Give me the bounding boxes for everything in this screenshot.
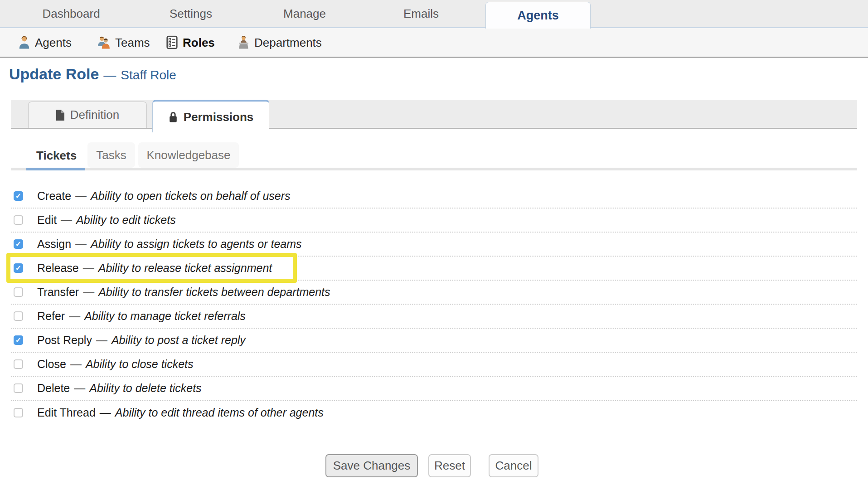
tab-permissions[interactable]: Permissions: [152, 100, 269, 132]
permission-checkbox-close[interactable]: [14, 359, 23, 369]
subtab-tickets[interactable]: Tickets: [36, 149, 77, 163]
permission-row-assign[interactable]: Assign—Ability to assign tickets to agen…: [11, 233, 857, 257]
subtab-knowledgebase[interactable]: Knowledgebase: [138, 142, 239, 168]
ostaff-role-page: Dashboard Settings Manage Emails Agents …: [0, 0, 868, 485]
page-title: Update Role: [9, 65, 99, 83]
permission-description: Ability to manage ticket referrals: [84, 310, 246, 322]
permission-checkbox-edit[interactable]: [14, 215, 23, 225]
document-icon: [56, 109, 65, 121]
permission-description: Ability to post a ticket reply: [112, 334, 246, 346]
permission-checkbox-delete[interactable]: [14, 383, 23, 393]
permission-checkbox-assign[interactable]: [14, 239, 23, 249]
page-title-separator: —: [103, 68, 116, 82]
subtab-active-indicator: [26, 168, 85, 170]
page-title-row: Update Role — Staff Role: [9, 65, 176, 83]
permission-checkbox-post-reply[interactable]: [14, 335, 23, 345]
permission-row-edit[interactable]: Edit—Ability to edit tickets: [11, 209, 857, 233]
permission-description: Ability to close tickets: [86, 358, 194, 370]
nav-tab-agents-label: Agents: [517, 9, 559, 23]
permission-description: Ability to transfer tickets between depa…: [98, 286, 330, 298]
permission-checkbox-refer[interactable]: [14, 311, 23, 321]
permission-name: Create: [37, 189, 71, 202]
permission-separator: —: [75, 189, 87, 202]
permission-checkbox-create[interactable]: [14, 191, 23, 201]
permission-description: Ability to delete tickets: [89, 382, 201, 394]
subnav-item-departments[interactable]: Departments: [238, 35, 322, 49]
subnav-item-agents-label: Agents: [35, 35, 72, 49]
permission-name: Release: [37, 262, 79, 274]
permission-description: Ability to edit thread items of other ag…: [115, 406, 324, 419]
permission-separator: —: [70, 358, 82, 370]
save-button[interactable]: Save Changes: [325, 454, 418, 477]
tab-permissions-label: Permissions: [184, 110, 254, 124]
permission-name: Edit: [37, 213, 57, 226]
permission-list: Create—Ability to open tickets on behalf…: [11, 184, 857, 425]
permission-checkbox-edit-thread[interactable]: [14, 408, 23, 417]
subnav-item-teams-label: Teams: [115, 35, 150, 49]
nav-item-settings[interactable]: Settings: [170, 0, 212, 27]
subtab-underline: [11, 168, 857, 170]
permission-name: Post Reply: [37, 334, 92, 346]
agent-icon: [18, 36, 30, 49]
subnav-item-roles-label: Roles: [183, 35, 215, 49]
permission-row-release[interactable]: Release—Ability to release ticket assign…: [11, 257, 857, 281]
subnav-item-roles[interactable]: Roles: [166, 35, 215, 49]
permission-name: Close: [37, 358, 66, 370]
permission-name: Transfer: [37, 286, 79, 298]
permission-description: Ability to assign tickets to agents or t…: [91, 238, 302, 250]
cancel-button[interactable]: Cancel: [489, 454, 538, 477]
permission-description: Ability to open tickets on behalf of use…: [91, 189, 291, 202]
permission-row-delete[interactable]: Delete—Ability to delete tickets: [11, 377, 857, 401]
permission-separator: —: [83, 286, 94, 298]
permission-checkbox-release[interactable]: [14, 263, 23, 273]
secondary-navigation: Agents Teams: [0, 28, 868, 58]
permission-separator: —: [61, 213, 72, 226]
permission-row-close[interactable]: Close—Ability to close tickets: [11, 353, 857, 377]
footer-buttons: Save Changes Reset Cancel: [325, 454, 538, 477]
tab-definition[interactable]: Definition: [28, 102, 147, 128]
nav-tab-agents[interactable]: Agents: [485, 2, 591, 29]
permission-row-post-reply[interactable]: Post Reply—Ability to post a ticket repl…: [11, 329, 857, 353]
tab-definition-label: Definition: [70, 108, 119, 122]
permission-description: Ability to release ticket assignment: [98, 262, 272, 274]
nav-item-dashboard[interactable]: Dashboard: [42, 0, 100, 27]
subnav-item-agents[interactable]: Agents: [18, 35, 72, 49]
nav-item-manage[interactable]: Manage: [283, 0, 326, 27]
permission-name: Refer: [37, 310, 65, 322]
permission-row-refer[interactable]: Refer—Ability to manage ticket referrals: [11, 305, 857, 329]
nav-item-emails[interactable]: Emails: [403, 0, 439, 27]
permission-separator: —: [75, 238, 87, 250]
permission-name: Assign: [37, 238, 71, 250]
permission-separator: —: [69, 310, 80, 322]
permission-checkbox-transfer[interactable]: [14, 287, 23, 297]
subtab-tasks[interactable]: Tasks: [87, 142, 135, 168]
permission-separator: —: [96, 334, 107, 346]
permission-row-edit-thread[interactable]: Edit Thread—Ability to edit thread items…: [11, 401, 857, 425]
subnav-item-teams[interactable]: Teams: [97, 35, 150, 49]
lock-icon: [168, 111, 178, 123]
permission-description: Ability to edit tickets: [76, 213, 176, 226]
permission-name: Delete: [37, 382, 70, 394]
top-navigation: Dashboard Settings Manage Emails Agents: [0, 0, 868, 28]
permission-row-transfer[interactable]: Transfer—Ability to transfer tickets bet…: [11, 281, 857, 305]
permission-row-create[interactable]: Create—Ability to open tickets on behalf…: [11, 184, 857, 209]
subnav-item-departments-label: Departments: [254, 35, 322, 49]
departments-icon: [238, 36, 250, 49]
page-subtitle: Staff Role: [121, 68, 176, 82]
teams-icon: [97, 36, 111, 49]
reset-button[interactable]: Reset: [428, 454, 471, 477]
permission-separator: —: [83, 262, 94, 274]
role-tabstrip: Definition Permissions: [11, 100, 857, 129]
permission-name: Edit Thread: [37, 406, 96, 419]
permission-separator: —: [100, 406, 111, 419]
permission-separator: —: [74, 382, 85, 394]
roles-icon: [166, 36, 178, 49]
